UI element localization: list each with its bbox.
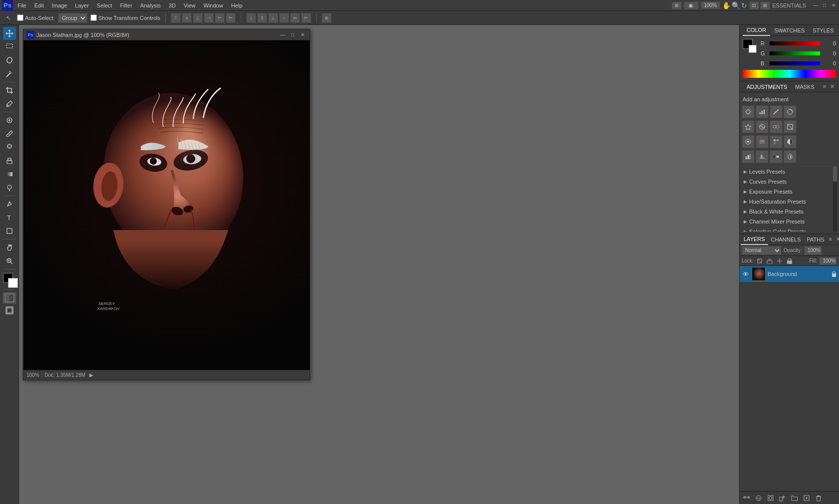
auto-select-checkbox[interactable] bbox=[17, 14, 23, 21]
tab-styles[interactable]: STYLES bbox=[809, 25, 838, 36]
grid-btn-2[interactable]: ⊞ bbox=[760, 1, 770, 9]
menu-image[interactable]: Image bbox=[48, 1, 71, 9]
tab-color[interactable]: COLOR bbox=[743, 25, 770, 36]
dodge-tool[interactable] bbox=[3, 181, 16, 194]
adj-scrollbar[interactable] bbox=[833, 167, 837, 232]
layer-effects-btn[interactable]: fx bbox=[754, 493, 764, 503]
align-top-btn[interactable]: ⊤ bbox=[171, 13, 181, 23]
lock-image-icon[interactable] bbox=[766, 257, 774, 265]
move-tool[interactable] bbox=[3, 27, 16, 40]
red-slider[interactable] bbox=[770, 41, 820, 45]
dist-right-btn[interactable]: ⊢ bbox=[301, 13, 311, 23]
menu-select[interactable]: Select bbox=[93, 1, 116, 9]
menu-layer[interactable]: Layer bbox=[71, 1, 92, 9]
menu-analysis[interactable]: Analysis bbox=[137, 1, 164, 9]
dist-hcenter-btn[interactable]: ⇔ bbox=[290, 13, 300, 23]
pen-tool[interactable] bbox=[3, 198, 16, 211]
zoom-tool[interactable] bbox=[3, 254, 16, 267]
adj-panel-close[interactable]: ✕ bbox=[829, 83, 836, 90]
invert-adj[interactable] bbox=[784, 135, 797, 148]
fill-input[interactable] bbox=[819, 257, 837, 265]
green-slider[interactable] bbox=[770, 51, 820, 55]
adj-panel-menu[interactable]: ≡ bbox=[822, 83, 828, 90]
zoom-tool-top[interactable]: 🔍 bbox=[732, 1, 740, 9]
channelmixer-adj[interactable] bbox=[756, 135, 769, 148]
tab-paths[interactable]: PATHS bbox=[804, 234, 828, 245]
grid-btn-1[interactable]: ⊡ bbox=[749, 1, 759, 9]
menu-filter[interactable]: Filter bbox=[116, 1, 135, 9]
preset-selectivecolor[interactable]: ▶ Selective Color Presets bbox=[742, 227, 837, 232]
new-layer-btn[interactable] bbox=[802, 493, 812, 503]
lock-transparent-icon[interactable] bbox=[756, 257, 764, 265]
opacity-input[interactable] bbox=[804, 246, 822, 255]
huesaturation-adj[interactable] bbox=[756, 120, 769, 133]
layers-panel-menu[interactable]: ≡ bbox=[828, 236, 834, 243]
threshold-adj[interactable] bbox=[756, 150, 769, 163]
colorlookup-adj[interactable] bbox=[770, 135, 783, 148]
dist-left-btn[interactable]: ↔ bbox=[279, 13, 289, 23]
blend-mode-select[interactable]: Normal bbox=[742, 246, 782, 255]
layer-background[interactable]: Background bbox=[740, 266, 839, 282]
preset-levels[interactable]: ▶ Levels Presets bbox=[742, 167, 837, 177]
posterize-adj[interactable] bbox=[742, 150, 755, 163]
eyedropper-tool[interactable] bbox=[3, 97, 16, 110]
preset-huesaturation[interactable]: ▶ Hue/Saturation Presets bbox=[742, 197, 837, 207]
layers-panel-close[interactable]: ✕ bbox=[835, 236, 839, 243]
colorbalance-adj[interactable] bbox=[770, 120, 783, 133]
align-bottom-btn[interactable]: ⊥ bbox=[193, 13, 203, 23]
menu-view[interactable]: View bbox=[180, 1, 199, 9]
tab-masks[interactable]: MASKS bbox=[791, 83, 819, 91]
maximize-btn[interactable]: □ bbox=[821, 2, 828, 9]
quick-mask-btn[interactable] bbox=[3, 292, 16, 303]
healing-tool[interactable] bbox=[3, 114, 16, 127]
hand-tool-top[interactable]: ✋ bbox=[722, 1, 731, 9]
tab-adjustments[interactable]: ADJUSTMENTS bbox=[743, 83, 791, 91]
layer-visibility-eye[interactable] bbox=[742, 270, 750, 278]
new-adj-layer-btn[interactable] bbox=[778, 493, 788, 503]
doc-restore-btn[interactable]: □ bbox=[289, 31, 297, 39]
text-tool[interactable]: T bbox=[3, 211, 16, 224]
brush-tool[interactable] bbox=[3, 127, 16, 140]
curves-adj[interactable] bbox=[770, 105, 783, 118]
arrange-icon[interactable]: ⊞ bbox=[672, 1, 682, 9]
view-mode-icon[interactable]: ▣ bbox=[684, 1, 699, 9]
vibrance-adj[interactable] bbox=[742, 120, 755, 133]
preset-channelmixer[interactable]: ▶ Channel Mixer Presets bbox=[742, 217, 837, 227]
align-vcenter-btn[interactable]: ≡ bbox=[182, 13, 192, 23]
lock-position-icon[interactable] bbox=[776, 257, 784, 265]
adj-scrollbar-thumb[interactable] bbox=[833, 167, 837, 182]
tab-layers[interactable]: LAYERS bbox=[741, 234, 768, 245]
show-transform-checkbox[interactable] bbox=[90, 14, 97, 21]
select-tool[interactable] bbox=[3, 40, 16, 53]
menu-help[interactable]: Help bbox=[228, 1, 246, 9]
align-hcenter-btn[interactable]: ⊢ bbox=[215, 13, 225, 23]
tab-swatches[interactable]: SWATCHES bbox=[770, 25, 809, 36]
levels-adj[interactable] bbox=[756, 105, 769, 118]
preset-curves[interactable]: ▶ Curves Presets bbox=[742, 177, 837, 187]
clone-tool[interactable] bbox=[3, 141, 16, 154]
hand-tool[interactable] bbox=[3, 241, 16, 254]
layer-mask-btn[interactable] bbox=[766, 493, 776, 503]
screen-mode-btn[interactable] bbox=[3, 304, 16, 317]
lock-all-icon[interactable] bbox=[786, 257, 794, 265]
align-left-btn[interactable]: ⊣ bbox=[204, 13, 214, 23]
bg-large[interactable] bbox=[749, 45, 757, 53]
align-right-btn[interactable]: ⊢ bbox=[226, 13, 236, 23]
lasso-tool[interactable] bbox=[3, 54, 16, 67]
exposure-adj[interactable] bbox=[784, 105, 797, 118]
menu-window[interactable]: Window bbox=[200, 1, 227, 9]
doc-minimize-btn[interactable]: — bbox=[279, 31, 287, 39]
brightness-adj[interactable] bbox=[742, 105, 755, 118]
blue-slider[interactable] bbox=[770, 61, 820, 65]
delete-layer-btn[interactable] bbox=[814, 493, 824, 503]
menu-edit[interactable]: Edit bbox=[31, 1, 47, 9]
menu-3d[interactable]: 3D bbox=[165, 1, 179, 9]
zoom-level[interactable]: 100% bbox=[701, 1, 721, 9]
preset-exposure[interactable]: ▶ Exposure Presets bbox=[742, 187, 837, 197]
link-layers-btn[interactable] bbox=[742, 493, 752, 503]
move-tool-icon[interactable]: ↖ bbox=[3, 12, 14, 23]
group-select[interactable]: Group bbox=[58, 13, 87, 23]
background-color[interactable] bbox=[8, 278, 18, 288]
eraser-tool[interactable] bbox=[3, 154, 16, 167]
auto-align-btn[interactable]: ⊕ bbox=[322, 13, 332, 23]
